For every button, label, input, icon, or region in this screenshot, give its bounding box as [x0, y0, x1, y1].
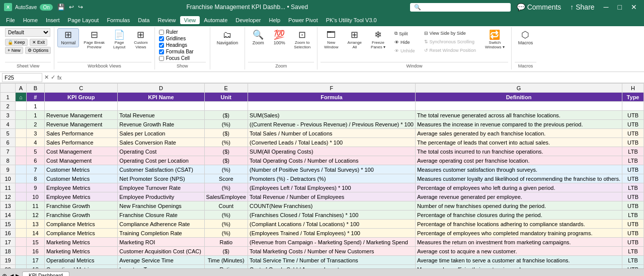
menu-home[interactable]: Home — [19, 16, 42, 24]
cell-d6[interactable]: Sales Conversion Rate — [118, 138, 204, 147]
cell-g17[interactable]: Measures the return on investment from m… — [415, 238, 622, 247]
cell-g3[interactable]: The total revenue generated across all f… — [415, 111, 622, 120]
cell-g20[interactable]: Measures how efficiently inventory is us… — [415, 265, 622, 269]
cell-c2[interactable] — [45, 102, 118, 111]
cell-e4[interactable]: (%) — [204, 120, 248, 129]
cell-f10[interactable]: Promoters (%) - Detractors (%) — [248, 174, 416, 183]
cell-c8[interactable]: Cost Management — [45, 156, 118, 165]
cell-b1[interactable]: # — [26, 93, 44, 102]
cell-d11[interactable]: Employee Turnover Rate — [118, 183, 204, 192]
cell-c15[interactable]: Compliance Metrics — [45, 220, 118, 229]
menu-power-pivot[interactable]: Power Pivot — [284, 16, 322, 24]
cell-f14[interactable]: (Franchises Closed / Total Franchises) *… — [248, 211, 416, 220]
zoom-selection-button[interactable]: ⊡ Zoom toSelection — [290, 28, 314, 51]
menu-page-layout[interactable]: Page Layout — [64, 16, 103, 24]
nav-sheets-right[interactable]: ▶ — [16, 272, 20, 276]
cell-c14[interactable]: Franchise Growth — [45, 211, 118, 220]
cell-d18[interactable]: Customer Acquisition Cost (CAC) — [118, 247, 204, 256]
cell-d4[interactable]: Revenue Growth Rate — [118, 120, 204, 129]
headings-checkbox[interactable]: Headings — [159, 42, 206, 48]
comments-button[interactable]: 💬 Comments — [514, 2, 565, 12]
cell-c17[interactable]: Marketing Metrics — [45, 238, 118, 247]
cell-b5[interactable]: 3 — [26, 129, 44, 138]
cell-f9[interactable]: (Number of Positive Surveys / Total Surv… — [248, 165, 416, 174]
cell-e7[interactable]: ($) — [204, 147, 248, 156]
menu-file[interactable]: File — [2, 16, 19, 24]
cell-f16[interactable]: (Employees Trained / Total Employees) * … — [248, 229, 416, 238]
cell-h16[interactable]: UTB — [622, 229, 644, 238]
cell-g14[interactable]: Percentage of franchise closures during … — [415, 211, 622, 220]
cell-f15[interactable]: (Compliant Locations / Total Locations) … — [248, 220, 416, 229]
menu-review[interactable]: Review — [153, 16, 180, 24]
cell-e20[interactable]: Ratio — [204, 265, 248, 269]
cell-d2[interactable] — [118, 102, 204, 111]
cell-a20[interactable] — [16, 265, 27, 269]
formula-input[interactable] — [64, 73, 642, 82]
menu-data[interactable]: Data — [134, 16, 153, 24]
col-header-e[interactable]: E — [204, 84, 248, 93]
cell-a7[interactable] — [16, 147, 27, 156]
new-view-button[interactable]: + New — [5, 47, 23, 54]
cell-e10[interactable]: Score — [204, 174, 248, 183]
cell-b20[interactable]: 18 — [26, 265, 44, 269]
cell-e14[interactable]: (%) — [204, 211, 248, 220]
cell-a17[interactable] — [16, 238, 27, 247]
cell-b8[interactable]: 6 — [26, 156, 44, 165]
cell-d20[interactable]: Inventory Turnover — [118, 265, 204, 269]
cell-h10[interactable]: UTB — [622, 174, 644, 183]
cell-d16[interactable]: Training Completion Rate — [118, 229, 204, 238]
cell-a18[interactable] — [16, 247, 27, 256]
cell-a19[interactable] — [16, 256, 27, 265]
freeze-panes-button[interactable]: ❄ FreezePanes ▾ — [367, 28, 389, 51]
cell-a10[interactable] — [16, 174, 27, 183]
cell-e18[interactable]: ($) — [204, 247, 248, 256]
zoom-button[interactable]: 🔍 Zoom — [248, 28, 268, 47]
cell-a2[interactable] — [16, 102, 27, 111]
cell-b7[interactable]: 5 — [26, 147, 44, 156]
cell-e11[interactable]: (%) — [204, 183, 248, 192]
cell-g6[interactable]: The percentage of leads that convert int… — [415, 138, 622, 147]
cell-c9[interactable]: Customer Metrics — [45, 165, 118, 174]
col-header-a[interactable]: A — [16, 84, 27, 93]
cell-h6[interactable]: UTB — [622, 138, 644, 147]
cell-g13[interactable]: Number of new franchises opened during t… — [415, 201, 622, 211]
nav-sheets-left[interactable]: ◀ — [9, 272, 14, 276]
cell-h1[interactable]: Type — [622, 93, 644, 102]
autosave-toggle[interactable]: On — [40, 4, 52, 11]
cell-c16[interactable]: Compliance Metrics — [45, 229, 118, 238]
cell-d10[interactable]: Net Promoter Score (NPS) — [118, 174, 204, 183]
menu-help[interactable]: Help — [265, 16, 284, 24]
cell-h11[interactable]: LTB — [622, 183, 644, 192]
cell-g12[interactable]: Average revenue generated per employee. — [415, 192, 622, 201]
search-box[interactable]: 🔍 — [410, 3, 511, 12]
cell-b6[interactable]: 4 — [26, 138, 44, 147]
cell-e1[interactable]: Unit — [204, 93, 248, 102]
cell-a15[interactable] — [16, 220, 27, 229]
cell-f11[interactable]: (Employees Left / Total Employees) * 100 — [248, 183, 416, 192]
cell-e9[interactable]: (%) — [204, 165, 248, 174]
page-break-button[interactable]: ⊟ Page BreakPreview — [80, 28, 108, 51]
add-sheet-button[interactable]: ⊕ — [2, 272, 7, 276]
spreadsheet-scroll[interactable]: A B C D E F G H 1 ⌂ # — [0, 83, 644, 268]
cell-d19[interactable]: Average Service Time — [118, 256, 204, 265]
cell-f7[interactable]: SUM(All Operating Costs) — [248, 147, 416, 156]
view-side-by-side-button[interactable]: ⊟ View Side by Side — [421, 29, 480, 37]
new-window-button[interactable]: 🗔 NewWindow — [320, 28, 342, 51]
cell-b14[interactable]: 12 — [26, 211, 44, 220]
gridlines-checkbox[interactable]: Gridlines — [159, 36, 206, 41]
cell-h4[interactable]: UTB — [622, 120, 644, 129]
menu-formulas[interactable]: Formulas — [103, 16, 134, 24]
cell-a5[interactable] — [16, 129, 27, 138]
redo-button[interactable]: ↪ — [76, 3, 85, 12]
cell-g1[interactable]: Definition — [415, 93, 622, 102]
col-header-c[interactable]: C — [45, 84, 118, 93]
search-input[interactable] — [423, 4, 507, 10]
cell-f17[interactable]: (Revenue from Campaign - Marketing Spend… — [248, 238, 416, 247]
cell-d8[interactable]: Operating Cost per Location — [118, 156, 204, 165]
cell-c18[interactable]: Marketing Metrics — [45, 247, 118, 256]
cell-b10[interactable]: 8 — [26, 174, 44, 183]
col-header-f[interactable]: F — [248, 84, 416, 93]
insert-function-button[interactable]: fx — [57, 75, 62, 81]
cell-b4[interactable]: 2 — [26, 120, 44, 129]
split-button[interactable]: ⧉ Split — [391, 29, 419, 38]
